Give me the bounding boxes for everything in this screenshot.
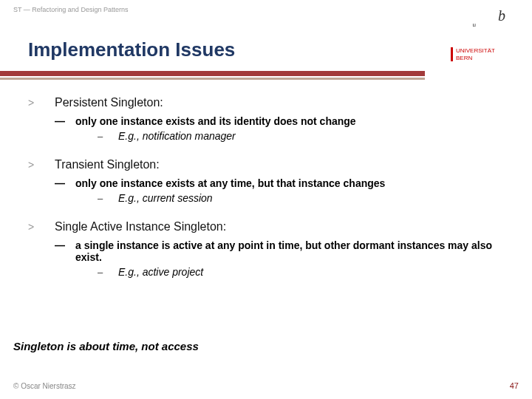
endash-icon: – bbox=[98, 131, 118, 142]
logo-text: UNIVERSITÄTBERN bbox=[451, 47, 510, 61]
item-title: Single Active Instance Singleton: bbox=[55, 220, 226, 233]
breadcrumb: ST — Refactoring and Design Patterns bbox=[13, 6, 128, 13]
list-item: > Single Active Instance Singleton: — a … bbox=[28, 220, 510, 278]
endash-icon: – bbox=[98, 193, 118, 204]
divider-bars bbox=[0, 71, 425, 80]
content-area: > Persistent Singleton: — only one insta… bbox=[28, 96, 510, 294]
page-title: Implementation Issues bbox=[28, 38, 235, 61]
item-example: E.g., current session bbox=[118, 192, 213, 204]
item-example: E.g., active project bbox=[118, 266, 203, 278]
endash-icon: – bbox=[98, 267, 118, 278]
item-desc: a single instance is active at any point… bbox=[75, 239, 510, 263]
item-desc: only one instance exists and its identit… bbox=[75, 115, 356, 127]
list-item: > Transient Singleton: — only one instan… bbox=[28, 158, 510, 204]
bullet-icon: > bbox=[28, 97, 55, 109]
bullet-icon: > bbox=[28, 159, 55, 171]
item-desc: only one instance exists at any time, bu… bbox=[75, 177, 385, 189]
dash-icon: — bbox=[55, 115, 75, 127]
item-example: E.g., notification manager bbox=[118, 130, 236, 142]
page-number: 47 bbox=[510, 381, 519, 390]
dash-icon: — bbox=[55, 239, 75, 251]
dash-icon: — bbox=[55, 177, 75, 189]
copyright: © Oscar Nierstrasz bbox=[13, 382, 76, 390]
item-title: Transient Singleton: bbox=[55, 158, 160, 171]
item-title: Persistent Singleton: bbox=[55, 96, 163, 109]
conclusion-text: Singleton is about time, not access bbox=[13, 340, 199, 352]
university-logo: b u UNIVERSITÄTBERN bbox=[451, 7, 510, 61]
bullet-icon: > bbox=[28, 221, 55, 233]
list-item: > Persistent Singleton: — only one insta… bbox=[28, 96, 510, 142]
